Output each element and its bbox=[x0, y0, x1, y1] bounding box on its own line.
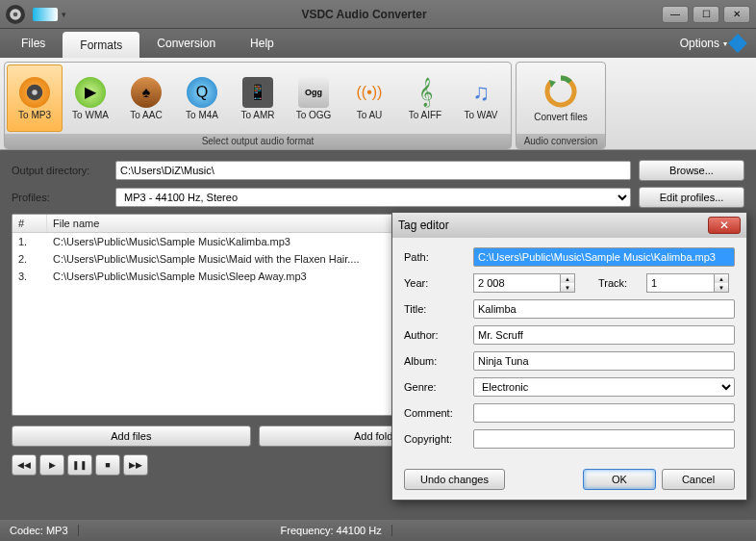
play-button[interactable]: ▶ bbox=[39, 454, 64, 476]
rewind-button[interactable]: ◀◀ bbox=[12, 454, 37, 476]
title-label: Title: bbox=[404, 303, 467, 315]
track-label: Track: bbox=[598, 277, 641, 289]
year-spinner[interactable]: ▲▼ bbox=[473, 273, 575, 293]
svg-point-1 bbox=[13, 12, 18, 16]
ribbon: To MP3 ▶ To WMA ♠ To AAC Q To M4A 📱 To A… bbox=[0, 58, 756, 150]
au-icon: ((•)) bbox=[354, 77, 385, 108]
album-input[interactable] bbox=[473, 351, 735, 371]
format-label: To WAV bbox=[464, 110, 497, 120]
profiles-select[interactable]: MP3 - 44100 Hz, Stereo bbox=[115, 188, 631, 207]
format-label: To AMR bbox=[240, 110, 274, 120]
convert-files-button[interactable]: Convert files bbox=[518, 64, 603, 132]
dialog-titlebar[interactable]: Tag editor ✕ bbox=[392, 213, 746, 238]
format-wav-button[interactable]: ♫ To WAV bbox=[453, 64, 509, 132]
track-input[interactable] bbox=[646, 273, 714, 293]
convert-label: Convert files bbox=[534, 112, 588, 122]
title-input[interactable] bbox=[473, 299, 735, 319]
forward-button[interactable]: ▶▶ bbox=[123, 454, 148, 476]
format-amr-button[interactable]: 📱 To AMR bbox=[230, 64, 286, 132]
maximize-button[interactable]: ☐ bbox=[693, 6, 719, 23]
status-bar: Codec: MP3 Frequency: 44100 Hz bbox=[0, 520, 756, 541]
author-input[interactable] bbox=[473, 325, 735, 345]
mp3-icon bbox=[19, 77, 50, 108]
format-label: To AAC bbox=[130, 110, 162, 120]
year-up-icon[interactable]: ▲ bbox=[561, 274, 574, 283]
menu-bar: Files Formats Conversion Help Options ▾ bbox=[0, 29, 756, 58]
format-mp3-button[interactable]: To MP3 bbox=[7, 64, 63, 132]
menu-help[interactable]: Help bbox=[233, 29, 291, 58]
format-m4a-button[interactable]: Q To M4A bbox=[174, 64, 230, 132]
status-frequency: Frequency: 44100 Hz bbox=[271, 525, 392, 536]
add-files-button[interactable]: Add files bbox=[12, 425, 251, 447]
tag-editor-dialog: Tag editor ✕ Path: Year: ▲▼ Track: ▲▼ Ti… bbox=[391, 212, 747, 501]
row-number: 2. bbox=[13, 252, 47, 266]
genre-label: Genre: bbox=[404, 381, 467, 393]
menu-conversion[interactable]: Conversion bbox=[139, 29, 233, 58]
chevron-down-icon: ▾ bbox=[723, 39, 727, 48]
options-label: Options bbox=[680, 37, 719, 50]
format-aac-button[interactable]: ♠ To AAC bbox=[118, 64, 174, 132]
col-number-header[interactable]: # bbox=[13, 215, 47, 232]
dialog-title: Tag editor bbox=[398, 219, 708, 232]
row-number: 3. bbox=[13, 270, 47, 283]
ribbon-group-convert: Convert files Audio conversion bbox=[516, 62, 606, 149]
comment-input[interactable] bbox=[473, 403, 735, 423]
year-input[interactable] bbox=[473, 273, 560, 293]
output-dir-input[interactable] bbox=[115, 161, 631, 180]
output-dir-label: Output directory: bbox=[12, 165, 108, 176]
convert-icon bbox=[543, 74, 578, 109]
format-label: To WMA bbox=[72, 110, 109, 120]
help-diamond-icon[interactable] bbox=[728, 34, 747, 53]
copyright-input[interactable] bbox=[473, 429, 735, 449]
amr-icon: 📱 bbox=[242, 77, 273, 108]
titlebar: ▾ VSDC Audio Converter — ☐ ✕ bbox=[0, 0, 756, 29]
track-up-icon[interactable]: ▲ bbox=[715, 274, 728, 283]
comment-label: Comment: bbox=[404, 407, 467, 419]
format-aiff-button[interactable]: 𝄞 To AIFF bbox=[397, 64, 453, 132]
ribbon-group-convert-label: Audio conversion bbox=[517, 134, 605, 148]
pause-button[interactable]: ❚❚ bbox=[67, 454, 92, 476]
format-au-button[interactable]: ((•)) To AU bbox=[341, 64, 397, 132]
track-spinner[interactable]: ▲▼ bbox=[646, 273, 729, 293]
profiles-label: Profiles: bbox=[12, 192, 108, 203]
format-label: To M4A bbox=[186, 110, 218, 120]
app-icon bbox=[6, 5, 25, 24]
wav-icon: ♫ bbox=[466, 77, 496, 108]
m4a-icon: Q bbox=[187, 77, 217, 108]
aiff-icon: 𝄞 bbox=[410, 77, 441, 108]
ribbon-group-formats: To MP3 ▶ To WMA ♠ To AAC Q To M4A 📱 To A… bbox=[4, 62, 512, 149]
track-down-icon[interactable]: ▼ bbox=[715, 283, 728, 292]
path-label: Path: bbox=[404, 251, 467, 263]
menu-files[interactable]: Files bbox=[4, 29, 63, 58]
ogg-icon: Ogg bbox=[298, 77, 329, 108]
album-label: Album: bbox=[404, 355, 467, 367]
format-wma-button[interactable]: ▶ To WMA bbox=[63, 64, 118, 132]
edit-profiles-button[interactable]: Edit profiles... bbox=[639, 187, 744, 208]
year-down-icon[interactable]: ▼ bbox=[561, 283, 574, 292]
genre-select[interactable]: Electronic bbox=[473, 377, 735, 397]
stop-button[interactable]: ■ bbox=[95, 454, 120, 476]
browse-button[interactable]: Browse... bbox=[639, 160, 744, 181]
menu-formats[interactable]: Formats bbox=[63, 32, 139, 58]
dialog-close-button[interactable]: ✕ bbox=[708, 217, 741, 234]
menu-options[interactable]: Options ▾ bbox=[672, 29, 752, 58]
copyright-label: Copyright: bbox=[404, 433, 467, 445]
aac-icon: ♠ bbox=[131, 77, 162, 108]
format-label: To AIFF bbox=[409, 110, 441, 120]
format-label: To AU bbox=[357, 110, 383, 120]
status-codec: Codec: MP3 bbox=[0, 525, 79, 536]
path-input[interactable] bbox=[473, 247, 735, 267]
minimize-button[interactable]: — bbox=[662, 6, 689, 23]
svg-point-3 bbox=[32, 90, 38, 95]
format-label: To OGG bbox=[296, 110, 332, 120]
cancel-button[interactable]: Cancel bbox=[662, 469, 735, 490]
format-ogg-button[interactable]: Ogg To OGG bbox=[286, 64, 341, 132]
wma-icon: ▶ bbox=[75, 77, 106, 108]
window-title: VSDC Audio Converter bbox=[66, 8, 662, 21]
close-button[interactable]: ✕ bbox=[723, 6, 750, 23]
undo-changes-button[interactable]: Undo changes bbox=[404, 469, 505, 490]
ok-button[interactable]: OK bbox=[583, 469, 656, 490]
quick-access-icon[interactable] bbox=[33, 8, 58, 21]
row-number: 1. bbox=[13, 235, 47, 248]
ribbon-group-formats-label: Select output audio format bbox=[5, 134, 511, 148]
